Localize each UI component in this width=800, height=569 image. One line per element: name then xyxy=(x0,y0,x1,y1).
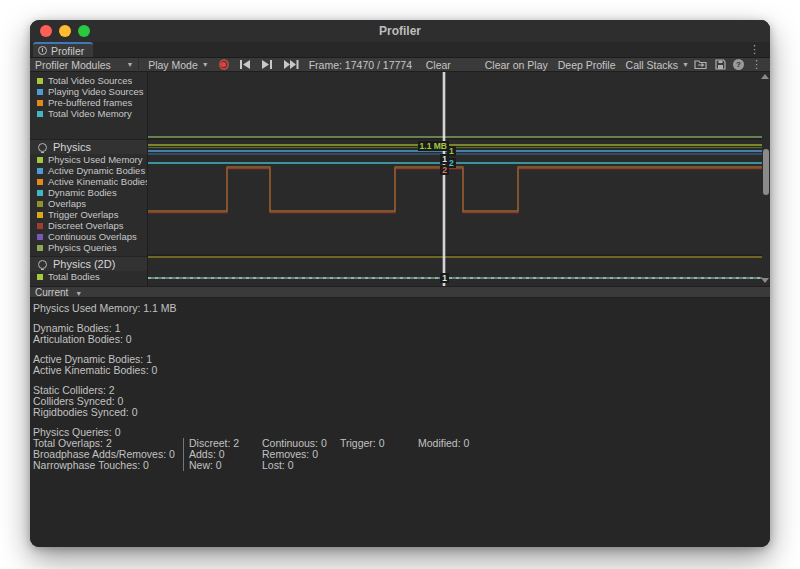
legend-color-chip xyxy=(37,179,43,185)
scrollbar-thumb[interactable] xyxy=(763,149,769,195)
chart-value-label: 1.1 MB xyxy=(418,141,449,151)
legend-item-label: Active Kinematic Bodies xyxy=(48,176,148,187)
legend-item-label: Active Dynamic Bodies xyxy=(48,165,145,176)
legend-color-chip xyxy=(37,111,43,117)
chart-value-label: 1 xyxy=(440,273,449,283)
chart-value-label: 2 xyxy=(440,165,449,175)
deep-profile-toggle[interactable]: Deep Profile xyxy=(553,58,621,72)
tab-profiler[interactable]: Profiler xyxy=(33,42,93,57)
legend-item-label: Overlaps xyxy=(48,198,86,209)
record-button[interactable] xyxy=(214,58,234,72)
next-frame-icon xyxy=(261,60,273,69)
legend-item[interactable]: Active Kinematic Bodies xyxy=(30,176,147,187)
chevron-down-icon: ▼ xyxy=(127,61,134,68)
help-icon[interactable]: ? xyxy=(733,59,744,70)
legend-item-label: Pre-buffered frames xyxy=(48,97,132,108)
legend-item[interactable]: Pre-buffered frames xyxy=(30,97,147,108)
chevron-down-icon: ▼ xyxy=(75,290,82,297)
clear-on-play-toggle[interactable]: Clear on Play xyxy=(480,58,553,72)
legend-item-label: Continuous Overlaps xyxy=(48,231,137,242)
legend-color-chip xyxy=(37,245,43,251)
close-window-button[interactable] xyxy=(40,25,52,37)
profiler-chart[interactable] xyxy=(148,72,762,286)
legend-item-label: Playing Video Sources xyxy=(48,86,143,97)
details-mode-dropdown[interactable]: Current ▼ xyxy=(35,287,82,298)
profiler-modules-label: Profiler Modules xyxy=(35,59,111,71)
module-header-label: Physics (2D) xyxy=(53,258,115,270)
legend-item[interactable]: Trigger Overlaps xyxy=(30,209,147,220)
legend-item-label: Dynamic Bodies xyxy=(48,187,117,198)
legend-item[interactable]: Total Bodies xyxy=(30,271,147,282)
clear-button[interactable]: Clear xyxy=(421,58,456,72)
physics-module-icon xyxy=(38,143,47,152)
previous-frame-button[interactable] xyxy=(234,58,256,72)
call-stacks-label: Call Stacks xyxy=(626,59,679,71)
detail-stat-row: Narrowphase Touches: 0New: 0Lost: 0 xyxy=(33,460,770,471)
legend-color-chip xyxy=(37,78,43,84)
legend-color-chip xyxy=(37,190,43,196)
play-mode-dropdown[interactable]: Play Mode ▼ xyxy=(143,58,214,72)
chart-pane[interactable]: 1.1 MB11221 xyxy=(148,72,770,286)
legend-color-chip xyxy=(37,157,43,163)
legend-item[interactable]: Total Video Memory xyxy=(30,108,147,119)
detail-stat: New: 0 xyxy=(183,460,257,471)
load-profile-icon[interactable] xyxy=(694,59,708,70)
record-icon xyxy=(219,59,229,70)
tab-menu-kebab-icon[interactable]: ⋮ xyxy=(745,44,764,55)
detail-stat: Modified: 0 xyxy=(413,438,491,449)
physics-module-icon xyxy=(38,260,47,269)
profiler-modules-dropdown[interactable]: Profiler Modules ▼ xyxy=(30,58,139,72)
next-frame-button[interactable] xyxy=(256,58,278,72)
legend-item[interactable]: Dynamic Bodies xyxy=(30,187,147,198)
legend-item[interactable]: Total Video Sources xyxy=(30,75,147,86)
toolbar-menu-kebab-icon[interactable]: ⋮ xyxy=(751,59,762,70)
module-legend-pane: Total Video SourcesPlaying Video Sources… xyxy=(30,72,148,286)
detail-stat: Static Colliders: 2 xyxy=(33,385,770,396)
physics-details-panel: Physics Used Memory: 1.1 MBDynamic Bodie… xyxy=(30,298,770,547)
legend-item[interactable]: Discreet Overlaps xyxy=(30,220,147,231)
chevron-down-icon: ▼ xyxy=(202,61,209,68)
previous-frame-icon xyxy=(239,60,251,69)
chart-module-area: Total Video SourcesPlaying Video Sources… xyxy=(30,72,770,286)
detail-stat: Rigidbodies Synced: 0 xyxy=(33,407,770,418)
window-title: Profiler xyxy=(379,24,421,38)
minimize-window-button[interactable] xyxy=(59,25,71,37)
legend-item-label: Physics Queries xyxy=(48,242,117,253)
legend-item[interactable]: Physics Queries xyxy=(30,242,147,253)
save-profile-icon[interactable] xyxy=(715,59,726,70)
legend-item[interactable]: Active Dynamic Bodies xyxy=(30,165,147,176)
scrollbar-down-icon[interactable] xyxy=(761,278,769,283)
module-header-physics[interactable]: Physics xyxy=(30,139,147,154)
legend-color-chip xyxy=(37,100,43,106)
detail-stat: Lost: 0 xyxy=(257,460,335,471)
legend-color-chip xyxy=(37,234,43,240)
profiler-window: Profiler Profiler ⋮ Profiler Modules ▼ P… xyxy=(30,20,770,547)
legend-item-label: Physics Used Memory xyxy=(48,154,143,165)
toolbar: Profiler Modules ▼ Play Mode ▼ Fr xyxy=(30,58,770,72)
legend-item[interactable]: Continuous Overlaps xyxy=(30,231,147,242)
traffic-lights xyxy=(40,25,90,37)
legend-item[interactable]: Overlaps xyxy=(30,198,147,209)
call-stacks-dropdown[interactable]: Call Stacks ▼ xyxy=(621,58,694,72)
detail-stat: Narrowphase Touches: 0 xyxy=(33,460,183,471)
detail-stat: Active Kinematic Bodies: 0 xyxy=(33,365,770,376)
legend-color-chip xyxy=(37,212,43,218)
jump-to-current-frame-button[interactable] xyxy=(278,58,304,72)
legend-color-chip xyxy=(37,223,43,229)
tab-bar: Profiler ⋮ xyxy=(30,42,770,58)
jump-to-current-frame-icon xyxy=(283,60,299,69)
scrollbar-up-icon[interactable] xyxy=(761,74,769,79)
details-mode-bar: Current ▼ xyxy=(30,286,770,298)
legend-item-label: Discreet Overlaps xyxy=(48,220,124,231)
profiler-gauge-icon xyxy=(38,46,47,55)
legend-item-label: Trigger Overlaps xyxy=(48,209,118,220)
maximize-window-button[interactable] xyxy=(78,25,90,37)
tab-label: Profiler xyxy=(51,45,84,57)
chevron-down-icon: ▼ xyxy=(682,61,689,68)
detail-stat: Colliders Synced: 0 xyxy=(33,396,770,407)
legend-color-chip xyxy=(37,274,43,280)
legend-item[interactable]: Playing Video Sources xyxy=(30,86,147,97)
details-mode-label: Current xyxy=(35,287,68,298)
module-header-physics-2d-[interactable]: Physics (2D) xyxy=(30,256,147,271)
legend-item[interactable]: Physics Used Memory xyxy=(30,154,147,165)
